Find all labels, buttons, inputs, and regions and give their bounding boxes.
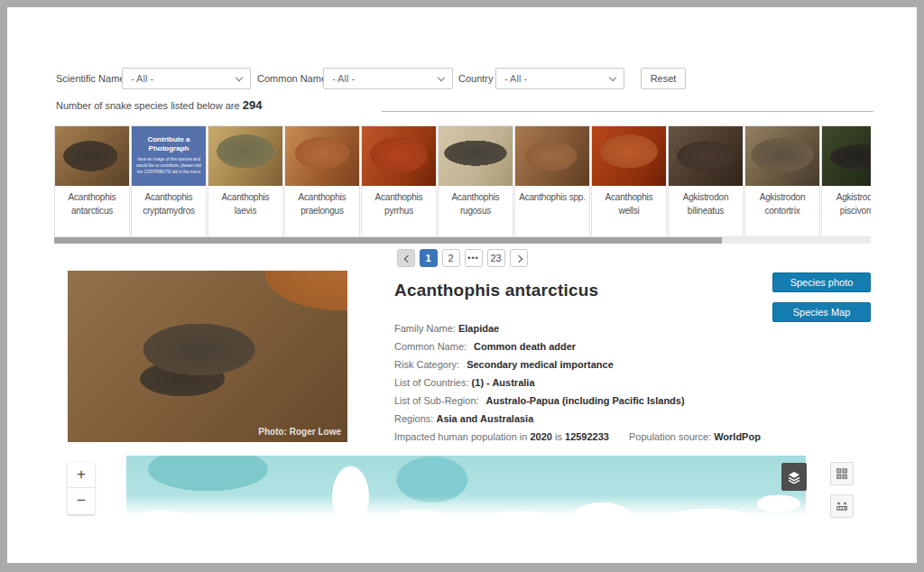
chevron-down-icon [438,74,445,81]
species-card[interactable]: Agkistrodon bilineatus [668,125,744,237]
species-card-label: Acanthophis cryptamydros [132,186,206,217]
species-thumbnail [515,126,589,186]
species-card[interactable]: Agkistrodon piscivorus [821,125,871,237]
species-card[interactable]: Acanthophis laevis [208,125,283,237]
species-card-label: Acanthophis praelongus [285,186,359,217]
zoom-out-button[interactable]: − [68,488,95,514]
species-card-label: Acanthophis wellsi [592,186,666,217]
pagination: 1 2 ••• 23 [7,249,917,267]
field-risk-category: Risk Category:Secondary medical importan… [394,358,773,372]
pagination-next-button[interactable] [510,249,528,267]
species-thumbnail [669,126,743,186]
chevron-left-icon [403,254,411,262]
pagination-page-1[interactable]: 1 [420,249,438,267]
species-card[interactable]: Acanthophis antarcticus [54,125,130,237]
species-thumbnail [439,126,513,186]
species-card-label: Acanthophis antarcticus [55,186,129,217]
species-card[interactable]: Acanthophis spp. [514,125,590,237]
page: Scientific Name - All - Common Name - Al… [7,7,917,563]
species-thumbnail [285,126,359,186]
pagination-ellipsis[interactable]: ••• [465,249,483,267]
map-zoom-control: + − [68,462,95,514]
species-count-value: 294 [243,98,263,112]
species-card-label: Acanthophis laevis [208,186,282,217]
species-thumbnail [592,126,666,186]
map-scale-button[interactable] [830,494,854,518]
species-card-label: Acanthophis rugosus [439,186,513,217]
selected-value: - All - [332,73,355,84]
species-photo: Photo: Roger Lowe [68,271,347,442]
selected-value: - All - [131,73,153,84]
species-thumbnail [362,126,436,186]
map-fullscreen-button[interactable] [830,462,854,485]
species-map[interactable] [126,456,806,524]
species-card[interactable]: Agkistrodon contortrix [744,125,820,237]
scientific-name-select[interactable]: - All - [122,68,251,89]
zoom-in-button[interactable]: + [68,462,95,488]
chevron-down-icon [236,74,243,81]
divider-line [382,111,873,112]
country-select[interactable]: - All - [495,68,624,89]
species-title: Acanthophis antarcticus [394,281,598,300]
species-card-contribute[interactable]: Contribute a Photograph have an image of… [131,125,207,237]
species-card[interactable]: Acanthophis pyrrhus [361,125,437,237]
species-card-label: Acanthophis spp. [515,186,589,205]
selected-value: - All - [504,73,527,84]
species-thumbnail [822,126,871,186]
species-card-label: Agkistrodon bilineatus [669,186,743,217]
carousel-scrollbar-thumb[interactable] [54,237,722,244]
map-layers-button[interactable] [781,463,807,491]
scale-bar-icon [836,500,848,512]
species-card-label: Acanthophis pyrrhus [362,186,436,217]
scientific-name-label: Scientific Name [56,73,125,84]
field-common-name: Common Name:Common death adder [394,340,773,354]
field-countries: List of Countries: (1) - Australia [394,376,773,390]
species-map-button[interactable]: Species Map [772,302,871,322]
common-name-label: Common Name [257,73,327,84]
field-subregion: List of Sub-Region:Australo-Papua (inclu… [394,394,773,408]
contribute-body: have an image of this species and would … [134,157,203,176]
field-regions: Regions: Asia and Australasia [394,412,773,426]
field-impacted-population: Impacted human population in 2020 is 125… [394,430,773,444]
species-card-label: Agkistrodon piscivorus [822,186,871,217]
contribute-photo-placeholder: Contribute a Photograph have an image of… [132,126,206,186]
species-photo-button[interactable]: Species photo [772,272,871,292]
pagination-page-23[interactable]: 23 [487,249,505,267]
species-thumbnail [208,126,282,186]
photo-credit: Photo: Roger Lowe [258,427,341,437]
chevron-down-icon [609,74,616,81]
species-carousel: Acanthophis antarcticus Contribute a Pho… [54,125,871,237]
pagination-page-2[interactable]: 2 [442,249,460,267]
layers-icon [787,470,801,484]
species-details: Family Name: Elapidae Common Name:Common… [394,322,773,448]
country-label: Country [458,73,494,84]
species-card-label: Agkistrodon contortrix [745,186,819,217]
species-thumbnail [745,126,819,186]
field-family: Family Name: Elapidae [394,322,773,336]
common-name-select[interactable]: - All - [323,68,453,89]
fullscreen-grid-icon [836,467,848,480]
pagination-prev-button[interactable] [397,249,415,267]
contribute-title: Contribute a Photograph [134,135,203,154]
chevron-right-icon [514,254,522,262]
reset-button[interactable]: Reset [641,68,686,89]
species-card[interactable]: Acanthophis rugosus [438,125,513,237]
carousel-scrollbar-track[interactable] [54,237,871,244]
species-card[interactable]: Acanthophis praelongus [284,125,360,237]
species-thumbnail [55,126,129,186]
species-card[interactable]: Acanthophis wellsi [591,125,667,237]
species-count-line: Number of snake species listed below are… [56,98,262,112]
